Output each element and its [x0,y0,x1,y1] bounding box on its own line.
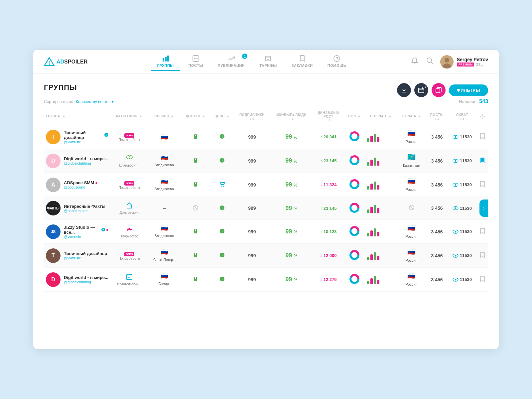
svg-point-7 [194,58,195,59]
category-cell: JOBS Поиск работы [110,173,148,197]
svg-line-16 [431,62,433,64]
publications-badge: 1 [242,54,247,59]
goal-cell [210,268,234,292]
eye-icon [453,253,459,258]
svg-rect-39 [194,160,197,163]
calendar-btn[interactable]: 7 [414,83,428,97]
group-info: Digit world - в мире... @globalclubbing [64,156,108,165]
gender-cell [344,220,365,244]
live-cell: 99 % [270,197,313,220]
bookmark-cell[interactable] [476,173,488,197]
reach-cell: 11530 [448,125,476,149]
nav-groups[interactable]: ГРУППЫ [151,52,180,71]
live-cell: 99 % [270,244,313,268]
nav-bookmarks[interactable]: ЗАКЛАДКИ [286,52,319,71]
copy-btn[interactable] [432,83,446,97]
bookmark-icon[interactable] [480,160,485,165]
region-cell: 🇷🇺Владивосток [148,149,181,173]
sort-link[interactable]: Количеству постов ▾ [76,99,114,104]
bookmark-icon[interactable] [480,230,485,235]
svg-point-63 [352,205,357,210]
th-settings[interactable] [476,108,488,125]
table-row: D Digit world - в мире... @globalclubbin… [44,149,488,173]
nav-help[interactable]: ПОМОЩЬ [322,52,352,71]
svg-point-42 [222,159,222,160]
country-cell: 🇰🇿Казахстан [397,149,426,173]
live-cell: 99 % [270,149,313,173]
goal-cell [210,149,234,173]
group-handle: @vkmusic [64,235,108,239]
group-cell: ФАКТЫ Интересные Факты @babakmaker [44,197,110,220]
posts-cell: 3 456 [426,244,448,268]
nav-publications-label: ПУБЛИКАЦИИ [218,64,245,67]
logo[interactable]: ADSPOILER [44,57,94,67]
bookmark-icon[interactable] [480,136,485,141]
region-cell: 🇷🇺Санкт-Петер... [148,244,181,268]
bookmark-cell[interactable] [476,125,488,149]
country-cell: 🇷🇺Россия [397,244,426,268]
group-info: ADSpace SMM ● @cool.sound [64,180,97,189]
search-btn[interactable] [425,56,435,67]
group-avatar: Т [46,130,61,144]
nav-publications[interactable]: ПУБЛИКАЦИИ 1 [212,52,251,71]
th-category: КАТЕГОРИЯ [110,108,148,125]
svg-rect-88 [127,274,132,280]
eye-icon [453,277,459,282]
bookmark-cell[interactable]: › [476,197,488,220]
category-cell: Издательский... [110,268,148,292]
svg-point-55 [455,184,456,186]
access-cell [181,173,210,197]
group-name: Типичный дизайнер [64,251,107,256]
filter-btn[interactable]: ФИЛЬТРЫ [449,84,488,96]
svg-point-38 [129,156,132,159]
bookmark-icon[interactable] [480,184,485,189]
download-btn[interactable] [397,83,411,97]
svg-point-78 [455,231,456,232]
region-cell: 🇷🇺 [148,125,181,149]
bookmark-cell[interactable] [476,220,488,244]
gender-cell [344,268,365,292]
gender-cell [344,149,365,173]
sort-label: Сортировать по: [44,99,74,104]
logo-text: ADSPOILER [57,59,87,65]
svg-rect-70 [194,231,197,233]
group-cell: A ADSpace SMM ● @cool.sound [44,173,110,197]
goal-cell [210,197,234,220]
nav-posts[interactable]: ПОСТЫ [183,52,209,71]
svg-point-9 [197,58,198,59]
gender-cell [344,125,365,149]
bookmark-cell[interactable] [476,244,488,268]
expand-row-btn[interactable]: › [479,200,488,217]
region-cell: – [148,197,181,220]
header: ADSPOILER ГРУППЫ ПОСТЫ [33,50,499,74]
svg-rect-10 [265,56,271,61]
th-goal: ЦЕЛЬ [210,108,234,125]
group-info: Типичный дизайнер @vkmusic [64,130,108,144]
subscribers-cell: 999 [234,268,270,292]
found-label: Найдено: [459,99,478,104]
subscribers-cell: 999 [234,173,270,197]
live-cell: 99 % [270,125,313,149]
bookmark-icon[interactable] [480,254,485,259]
group-cell: D Digit world - в мире... @globalclubbin… [44,149,110,173]
user-info[interactable]: Sergey Petrov PREMIUM 23 д [440,55,488,68]
group-cell: Т Типичный дизайнер @vkmusic [44,125,110,149]
posts-cell: 3 456 [426,173,448,197]
bookmark-cell[interactable] [476,149,488,173]
notification-btn[interactable] [410,56,420,67]
bookmark-cell[interactable] [476,268,488,292]
region-cell: 🇷🇺Владивосток [148,173,181,197]
posts-cell: 3 456 [426,149,448,173]
svg-point-14 [336,60,337,60]
table-row: ФАКТЫ Интересные Факты @babakmaker Дом, … [44,197,488,220]
dynamics-cell: ↓ 11 324 [313,173,344,197]
table-row: D Digit world - в мире... @globalclubbin… [44,268,488,292]
th-group: ГРУППА [44,108,110,125]
svg-point-47 [455,160,456,162]
nav-tariffs[interactable]: ТАРИФЫ [253,52,283,71]
bookmark-icon[interactable] [480,278,485,283]
nav-help-label: ПОМОЩЬ [328,64,346,67]
category-cell: Дом, ремонт [110,197,148,220]
group-info: Интересные Факты @babakmaker [64,204,105,213]
svg-rect-91 [194,279,197,281]
